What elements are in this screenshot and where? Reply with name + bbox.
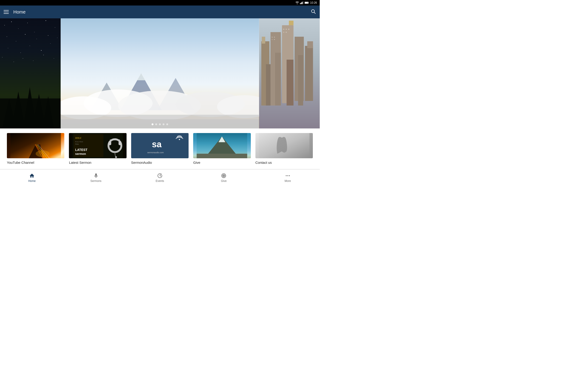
grid-label-sermon: Latest Sermon [69, 161, 91, 165]
svg-rect-68 [283, 29, 284, 30]
stars-background [0, 18, 61, 128]
svg-point-104 [286, 175, 287, 176]
city-scene [259, 18, 320, 128]
svg-text:BIBLE: BIBLE [75, 137, 82, 139]
app-bar: Home [0, 6, 320, 18]
sermonaudio-visual: sa sermonaudio.com [131, 133, 189, 158]
carousel-slide-city [259, 18, 320, 128]
svg-point-79 [36, 150, 49, 157]
thumb-contact [255, 133, 313, 158]
nav-item-home[interactable]: Home [23, 173, 41, 183]
svg-text:LATEST: LATEST [75, 148, 88, 152]
carousel-slide-night [0, 18, 61, 128]
battery-icon [304, 1, 309, 4]
svg-rect-64 [271, 37, 272, 38]
carousel-dots [152, 123, 168, 125]
thumb-sermon: BIBLE Every Word Helps LATEST sermon [69, 133, 126, 158]
svg-rect-65 [274, 37, 275, 38]
app-title: Home [13, 9, 26, 15]
svg-point-21 [57, 38, 58, 38]
thumb-youtube [7, 133, 64, 158]
svg-point-28 [14, 62, 14, 62]
mountain-scene [61, 18, 259, 128]
svg-point-20 [48, 35, 48, 36]
nav-item-events[interactable]: Events [151, 173, 169, 183]
signal-icon [300, 1, 304, 4]
carousel-dot-3[interactable] [159, 123, 161, 125]
nav-item-more[interactable]: More [279, 173, 297, 183]
svg-point-94 [179, 139, 180, 140]
grid-label-youtube: YouTube Channel [7, 161, 34, 165]
search-icon [311, 9, 316, 14]
thumb-give [193, 133, 251, 158]
svg-point-13 [34, 32, 35, 32]
grid-item-youtube[interactable]: YouTube Channel [7, 133, 64, 165]
svg-rect-72 [285, 32, 287, 33]
give-visual [193, 133, 251, 158]
grid-label-give: Give [193, 161, 200, 165]
svg-point-27 [2, 57, 2, 58]
svg-text:Every Word: Every Word [75, 141, 83, 143]
svg-rect-89 [119, 141, 121, 145]
svg-point-9 [4, 25, 5, 25]
give-icon [221, 173, 226, 178]
hamburger-menu-button[interactable] [4, 10, 9, 14]
nav-label-sermons: Sermons [90, 179, 102, 183]
nav-label-home: Home [28, 179, 36, 183]
svg-point-18 [25, 34, 26, 35]
carousel-dot-1[interactable] [152, 123, 153, 125]
svg-point-10 [11, 22, 12, 22]
svg-rect-62 [286, 60, 293, 106]
grid-item-give[interactable]: Give [193, 133, 251, 165]
app-bar-left: Home [4, 9, 26, 15]
svg-point-11 [18, 28, 19, 29]
nav-label-more: More [285, 179, 291, 183]
search-button[interactable] [311, 9, 316, 15]
svg-point-23 [20, 52, 21, 53]
nav-item-give[interactable]: Give [215, 173, 233, 183]
nav-label-give: Give [221, 179, 227, 183]
home-icon [29, 173, 35, 178]
grid-item-sermonaudio[interactable]: sa sermonaudio.com SermonAudio [131, 133, 189, 165]
svg-rect-60 [266, 64, 270, 106]
nav-item-sermons[interactable]: Sermons [87, 173, 105, 183]
svg-text:sermonaudio.com: sermonaudio.com [147, 151, 164, 154]
status-time: 10:26 [310, 1, 317, 4]
more-icon [285, 173, 291, 178]
svg-point-22 [8, 48, 8, 48]
svg-point-26 [50, 43, 51, 44]
svg-point-30 [33, 60, 34, 61]
svg-rect-1 [301, 2, 302, 4]
svg-text:sermon: sermon [75, 152, 86, 156]
svg-point-103 [223, 175, 225, 176]
svg-point-15 [55, 27, 55, 28]
svg-point-32 [54, 58, 54, 59]
grid-item-sermon[interactable]: BIBLE Every Word Helps LATEST sermon Lat… [69, 133, 126, 165]
svg-line-8 [314, 12, 316, 14]
svg-rect-63 [298, 55, 303, 106]
carousel [0, 18, 320, 128]
youtube-visual [7, 133, 64, 158]
svg-point-29 [23, 58, 23, 59]
grid-section: YouTube Channel BIBLE Every Word Helps L… [0, 128, 320, 169]
carousel-dot-4[interactable] [163, 123, 164, 125]
thumb-sermonaudio: sa sermonaudio.com [131, 133, 189, 158]
events-icon [157, 173, 163, 178]
carousel-slide-mountains [61, 18, 259, 128]
svg-rect-3 [303, 1, 303, 4]
svg-rect-2 [302, 2, 303, 4]
svg-point-91 [115, 156, 117, 158]
svg-rect-53 [262, 37, 265, 44]
sermon-visual: BIBLE Every Word Helps LATEST sermon [69, 133, 126, 158]
grid-item-contact[interactable]: Contact us [255, 133, 313, 165]
svg-point-14 [45, 20, 46, 21]
svg-text:sa: sa [152, 140, 162, 149]
status-bar: 10:26 [0, 0, 320, 6]
nav-label-events: Events [156, 179, 164, 183]
svg-rect-58 [305, 46, 313, 101]
svg-rect-88 [109, 141, 111, 145]
svg-point-25 [41, 50, 41, 51]
carousel-dot-5[interactable] [166, 123, 168, 125]
svg-rect-99 [197, 154, 247, 158]
carousel-dot-2[interactable] [155, 123, 157, 125]
